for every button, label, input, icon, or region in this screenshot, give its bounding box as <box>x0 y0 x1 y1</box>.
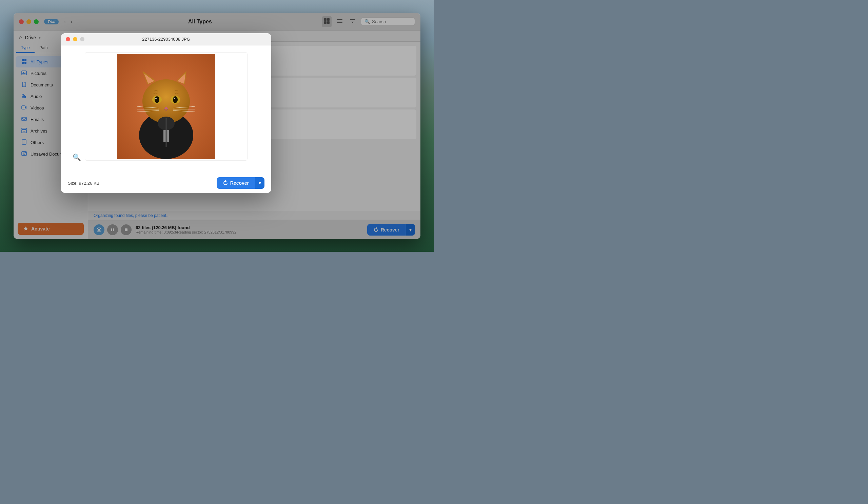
modal-maximize-button[interactable] <box>80 37 84 41</box>
preview-modal: 227136-229034008.JPG <box>61 33 271 193</box>
file-size: Size: 972.26 KB <box>68 181 99 186</box>
image-preview <box>85 52 248 161</box>
svg-point-46 <box>155 96 159 103</box>
zoom-icon[interactable]: 🔍 <box>73 153 81 161</box>
svg-point-49 <box>174 98 175 99</box>
modal-recover-group: Recover ▾ <box>217 177 265 189</box>
modal-recover-button[interactable]: Recover <box>217 177 255 189</box>
modal-minimize-button[interactable] <box>73 37 77 41</box>
modal-body: 🔍 <box>61 45 271 173</box>
modal-close-button[interactable] <box>66 37 70 41</box>
modal-recover-dropdown[interactable]: ▾ <box>255 177 265 189</box>
cat-image <box>117 54 215 159</box>
modal-title-bar: 227136-229034008.JPG <box>61 33 271 45</box>
modal-overlay: 227136-229034008.JPG <box>13 13 421 239</box>
modal-controls <box>66 37 84 41</box>
app-window: Trial ‹ › All Types <box>13 13 421 239</box>
modal-title: 227136-229034008.JPG <box>142 36 190 42</box>
svg-point-48 <box>155 98 157 99</box>
modal-footer: Size: 972.26 KB Recover ▾ <box>61 173 271 193</box>
svg-point-47 <box>173 96 178 103</box>
